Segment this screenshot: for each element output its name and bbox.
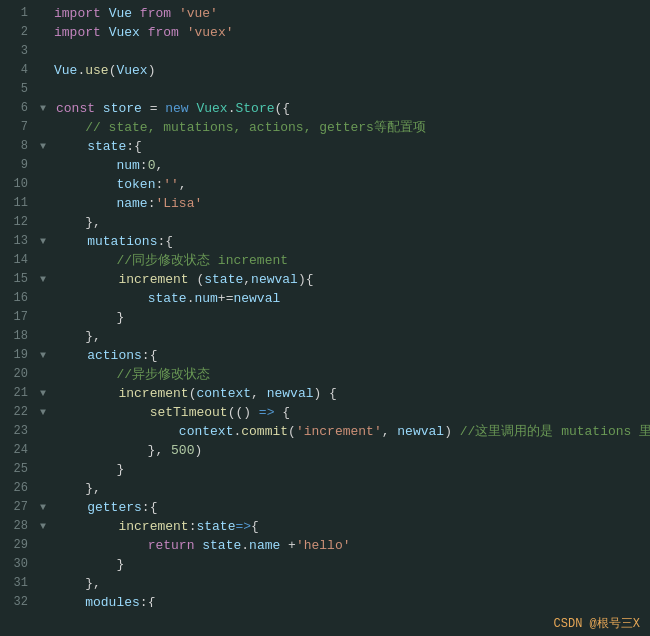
code-line: }: [40, 308, 650, 327]
code-content: import Vue from 'vue' import Vuex from '…: [36, 4, 650, 607]
code-line: name:'Lisa': [40, 194, 650, 213]
code-line: }: [40, 460, 650, 479]
code-area: 1 2 3 4 5 6 7 8 9 10 11 12 13 14 15 16 1…: [0, 0, 650, 611]
fold-icon[interactable]: ▼: [40, 498, 54, 517]
code-line: state.num+=newval: [40, 289, 650, 308]
code-line: import Vuex from 'vuex': [40, 23, 650, 42]
code-line: ▼ actions:{: [40, 346, 650, 365]
fold-icon[interactable]: ▼: [40, 403, 54, 422]
code-line: }: [40, 555, 650, 574]
code-line: ▼ increment (state,newval){: [40, 270, 650, 289]
code-line: import Vue from 'vue': [40, 4, 650, 23]
fold-icon[interactable]: ▼: [40, 232, 54, 251]
code-line: //异步修改状态: [40, 365, 650, 384]
fold-icon[interactable]: ▼: [40, 384, 54, 403]
code-line: ▼ const store = new Vuex.Store({: [40, 99, 650, 118]
code-editor: 1 2 3 4 5 6 7 8 9 10 11 12 13 14 15 16 1…: [0, 0, 650, 636]
code-line: context.commit('increment', newval) //这里…: [40, 422, 650, 441]
code-line: ▼ increment:state=>{: [40, 517, 650, 536]
code-line: ▼ setTimeout(() => {: [40, 403, 650, 422]
code-line: return state.name +'hello': [40, 536, 650, 555]
fold-icon[interactable]: ▼: [40, 270, 54, 289]
code-line: },: [40, 213, 650, 232]
code-line: },: [40, 574, 650, 593]
fold-icon[interactable]: ▼: [40, 137, 54, 156]
code-line: Vue.use(Vuex): [40, 61, 650, 80]
code-line: //同步修改状态 increment: [40, 251, 650, 270]
code-line: ▼ mutations:{: [40, 232, 650, 251]
footer: CSDN @根号三X: [0, 611, 650, 636]
footer-text: CSDN @根号三X: [554, 615, 640, 632]
code-line: [40, 42, 650, 61]
code-line: token:'',: [40, 175, 650, 194]
code-line: ▼ state:{: [40, 137, 650, 156]
code-line: num:0,: [40, 156, 650, 175]
code-line: modules:{: [40, 593, 650, 607]
code-line: ▼ increment(context, newval) {: [40, 384, 650, 403]
line-numbers: 1 2 3 4 5 6 7 8 9 10 11 12 13 14 15 16 1…: [0, 4, 36, 607]
code-line: // state, mutations, actions, getters等配置…: [40, 118, 650, 137]
fold-icon[interactable]: ▼: [40, 346, 54, 365]
code-line: ▼ getters:{: [40, 498, 650, 517]
code-line: },: [40, 327, 650, 346]
code-line: },: [40, 479, 650, 498]
code-line: [40, 80, 650, 99]
code-line: }, 500): [40, 441, 650, 460]
fold-icon[interactable]: ▼: [40, 99, 54, 118]
fold-icon[interactable]: ▼: [40, 517, 54, 536]
